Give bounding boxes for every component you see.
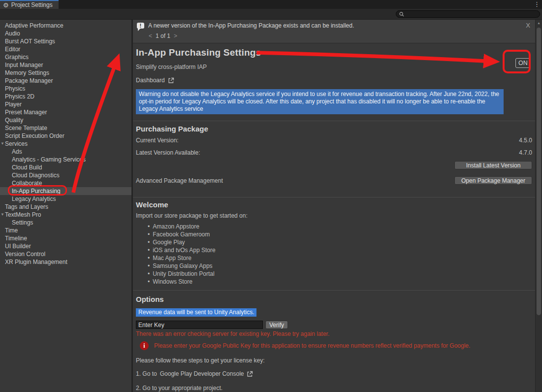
welcome-intro: Import our store package to get started … — [136, 213, 532, 219]
sidebar-item-adaptive-performance[interactable]: Adaptive Performance — [0, 22, 131, 30]
welcome-heading: Welcome — [136, 200, 532, 209]
step-2-text: 2. Go to your appropriate project. — [136, 385, 532, 392]
page-title: In-App Purchasing Settings — [136, 47, 532, 58]
sidebar-item-quality[interactable]: Quality — [0, 116, 131, 124]
scroll-up-icon[interactable]: ▲ — [536, 21, 542, 25]
bullet-icon: • — [148, 239, 150, 246]
sidebar-item-burst-aot-settings[interactable]: Burst AOT Settings — [0, 37, 131, 45]
subtitle: Simplify cross-platform IAP — [136, 64, 532, 70]
external-link-icon — [168, 77, 174, 84]
sidebar-item-physics[interactable]: Physics — [0, 85, 131, 93]
sidebar-item-version-control[interactable]: Version Control — [0, 250, 131, 258]
bullet-icon: • — [148, 278, 150, 285]
bullet-icon: • — [148, 223, 150, 230]
scrollbar-thumb[interactable] — [537, 28, 541, 315]
current-version-label: Current Version: — [136, 137, 179, 144]
sidebar-item-preset-manager[interactable]: Preset Manager — [0, 108, 131, 116]
search-field[interactable] — [396, 10, 540, 18]
tab-strip: ⚙ Project Settings ⋮ — [0, 0, 542, 9]
sidebar-item-textmesh-pro[interactable]: ▼ TextMesh Pro — [0, 211, 131, 219]
latest-version-label: Latest Version Available: — [136, 150, 200, 156]
vertical-scrollbar: ▲ — [535, 20, 542, 392]
sidebar-item-analytics-gaming-services[interactable]: Analytics - Gaming Services — [0, 156, 131, 163]
latest-version-row: Latest Version Available: 4.7.0 — [136, 150, 532, 156]
info-icon: i — [140, 341, 149, 350]
sidebar-item-collaborate[interactable]: Collaborate — [0, 179, 131, 187]
service-on-toggle[interactable]: ON — [515, 58, 531, 68]
advanced-package-label: Advanced Package Management — [136, 177, 223, 184]
sidebar-item-package-manager[interactable]: Package Manager — [0, 77, 131, 85]
sidebar-item-xr-plugin-management[interactable]: XR Plugin Management — [0, 258, 131, 266]
toolbar — [0, 9, 542, 20]
current-version-row: Current Version: 4.5.0 — [136, 137, 532, 144]
sidebar-item-graphics[interactable]: Graphics — [0, 53, 131, 61]
analytics-notice: Revenue data will be sent to Unity Analy… — [136, 308, 256, 317]
sidebar-item-textmesh-settings[interactable]: Settings — [0, 219, 131, 227]
section-divider — [133, 121, 535, 121]
sidebar-item-physics-2d[interactable]: Physics 2D — [0, 93, 131, 100]
disclosure-triangle-icon[interactable]: ▼ — [0, 211, 4, 219]
sidebar-item-audio[interactable]: Audio — [0, 30, 131, 37]
open-package-manager-button[interactable]: Open Package Manager — [454, 176, 532, 185]
bullet-icon: • — [148, 262, 150, 269]
sidebar-item-timeline[interactable]: Timeline — [0, 234, 131, 242]
sidebar-item-script-execution-order[interactable]: Script Execution Order — [0, 132, 131, 140]
bullet-icon: • — [148, 270, 150, 277]
steps-intro: Please follow these steps to get your li… — [136, 358, 532, 364]
tab-project-settings[interactable]: ⚙ Project Settings — [0, 0, 59, 9]
latest-version-value: 4.7.0 — [519, 150, 532, 156]
store-list-item: •Mac App Store — [148, 254, 532, 262]
step-1-row: 1. Go to Google Play Developer Console — [136, 370, 532, 378]
bullet-icon: • — [148, 247, 150, 254]
search-icon — [399, 12, 404, 17]
sidebar-item-memory-settings[interactable]: Memory Settings — [0, 69, 131, 77]
sidebar-item-ads[interactable]: Ads — [0, 148, 131, 156]
pager-next-icon[interactable]: > — [174, 33, 177, 39]
store-list-item: •Google Play — [148, 238, 532, 246]
main-panel: ! A newer version of the In-App Purchasi… — [133, 20, 535, 392]
gear-icon: ⚙ — [3, 2, 9, 8]
server-error-text: There was an error checking server for e… — [136, 331, 532, 337]
section-divider — [133, 197, 535, 197]
sidebar-item-ui-builder[interactable]: UI Builder — [0, 242, 131, 250]
sidebar-item-scene-template[interactable]: Scene Template — [0, 124, 131, 132]
notification-message: A newer version of the In-App Purchasing… — [148, 22, 354, 29]
sidebar-item-time[interactable]: Time — [0, 227, 131, 234]
sidebar-item-services[interactable]: ▼ Services — [0, 140, 131, 148]
external-link-icon — [247, 371, 253, 377]
sidebar-item-editor[interactable]: Editor — [0, 45, 131, 53]
google-key-warning-row: i Please enter your Google Public Key fo… — [136, 341, 532, 350]
notification-pager: < 1 of 1 > — [149, 33, 531, 39]
step-1-prefix: 1. Go to — [136, 370, 157, 377]
google-play-console-link[interactable]: Google Play Developer Console — [160, 370, 244, 377]
bullet-icon: • — [148, 231, 150, 238]
search-input[interactable] — [406, 11, 537, 17]
license-key-input[interactable] — [136, 321, 263, 329]
sidebar-item-tags-and-layers[interactable]: Tags and Layers — [0, 203, 131, 211]
store-list: •Amazon Appstore •Facebook Gameroom •Goo… — [136, 223, 532, 286]
sidebar-item-legacy-analytics[interactable]: Legacy Analytics — [0, 195, 131, 203]
verify-button[interactable]: Verify — [265, 321, 288, 329]
install-latest-version-button[interactable]: Install Latest Version — [454, 161, 532, 169]
store-list-item: •iOS and tvOs App Store — [148, 246, 532, 254]
close-icon[interactable]: X — [526, 22, 530, 29]
options-heading: Options — [136, 295, 532, 304]
current-version-value: 4.5.0 — [519, 137, 532, 144]
bullet-icon: • — [148, 255, 150, 261]
sidebar-item-cloud-diagnostics[interactable]: Cloud Diagnostics — [0, 171, 131, 179]
project-settings-window: ⚙ Project Settings ⋮ Adaptive Performanc… — [0, 0, 542, 392]
google-key-warning-text: Please enter your Google Public Key for … — [154, 343, 470, 349]
disclosure-triangle-icon[interactable]: ▼ — [0, 140, 4, 148]
sidebar-item-player[interactable]: Player — [0, 100, 131, 108]
notification-bubble-icon: ! — [137, 23, 144, 29]
package-update-notification: ! A newer version of the In-App Purchasi… — [133, 20, 535, 43]
pager-prev-icon[interactable]: < — [149, 33, 152, 39]
sidebar-item-cloud-build[interactable]: Cloud Build — [0, 163, 131, 171]
dashboard-link[interactable]: Dashboard — [136, 77, 174, 84]
kebab-menu-icon[interactable]: ⋮ — [534, 0, 540, 8]
sidebar-item-input-manager[interactable]: Input Manager — [0, 61, 131, 69]
store-list-item: •Windows Store — [148, 278, 532, 286]
sidebar-item-in-app-purchasing[interactable]: In-App Purchasing — [0, 187, 131, 195]
advanced-package-row: Advanced Package Management Open Package… — [136, 176, 532, 185]
store-list-item: •Unity Distribution Portal — [148, 270, 532, 278]
